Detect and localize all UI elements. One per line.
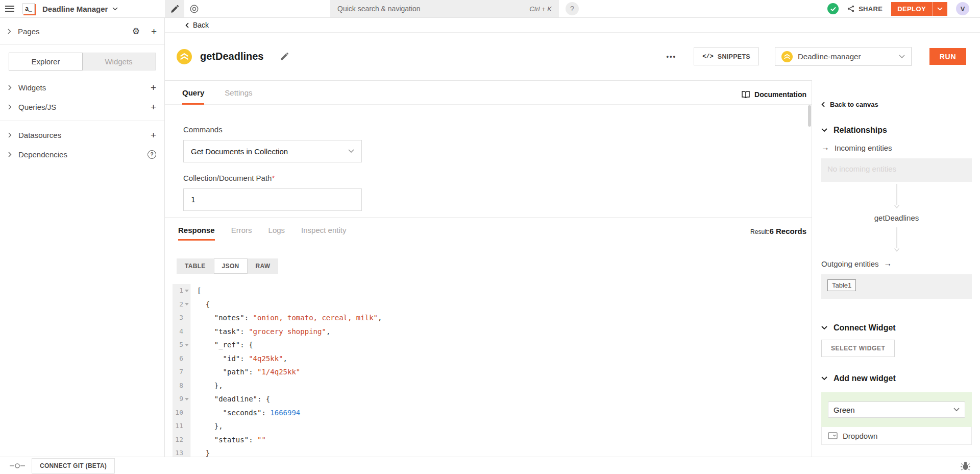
run-button[interactable]: RUN xyxy=(929,48,966,65)
add-widget-button[interactable]: + xyxy=(151,83,156,92)
view-mode-table[interactable]: TABLE xyxy=(177,258,214,274)
documentation-label: Documentation xyxy=(754,90,806,99)
sidebar-tabs: Explorer Widgets xyxy=(9,53,156,70)
code-text: "deadline": { xyxy=(190,392,270,406)
top-bar: a_ Deadline Manager Quick search & navig… xyxy=(0,0,980,18)
dropdown-widget-preview-card[interactable]: Green xyxy=(821,392,972,427)
help-icon: ? xyxy=(570,5,574,13)
arrow-right-icon: → xyxy=(821,143,829,152)
add-new-widget-header[interactable]: Add new widget xyxy=(821,374,972,383)
outgoing-entities-box: Table1 xyxy=(821,274,972,299)
line-number: 4 xyxy=(173,325,183,339)
line-gutter: 5 xyxy=(173,338,190,352)
connect-widget-header[interactable]: Connect Widget xyxy=(821,323,972,333)
back-label: Back xyxy=(193,21,209,29)
share-button[interactable]: SHARE xyxy=(847,5,883,13)
code-line: 11 }, xyxy=(173,419,812,433)
datasource-select[interactable]: Deadline-manager xyxy=(775,47,912,66)
widget-preview-select: Green xyxy=(828,401,965,418)
help-button[interactable]: ? xyxy=(566,2,579,15)
view-mode-json[interactable]: JSON xyxy=(214,258,248,274)
deploy-button[interactable]: DEPLOY xyxy=(891,2,947,16)
chevron-right-icon xyxy=(8,104,12,110)
fold-toggle[interactable] xyxy=(183,303,190,305)
code-line: 13 } xyxy=(173,446,812,457)
widget-card-dropdown[interactable]: Dropdown xyxy=(821,427,972,445)
app-title-menu[interactable]: Deadline Manager xyxy=(42,5,118,13)
scrollbar-thumb[interactable] xyxy=(808,105,811,127)
avatar-initial: V xyxy=(961,5,965,13)
page-settings-gear-icon[interactable]: ⚙ xyxy=(132,27,140,36)
entity-chip-table1[interactable]: Table1 xyxy=(827,279,856,291)
line-gutter: 2 xyxy=(173,298,190,312)
tab-query[interactable]: Query xyxy=(182,88,204,105)
code-text: } xyxy=(190,446,210,457)
code-text: { xyxy=(190,298,210,312)
query-tabs: Query Settings Documentation xyxy=(165,81,812,105)
path-input[interactable] xyxy=(183,188,362,211)
query-header-actions: ••• </> SNIPPETS Deadline-manager RUN xyxy=(667,47,967,66)
sidebar-item-pages[interactable]: Pages ⚙ + xyxy=(0,18,164,45)
tab-errors[interactable]: Errors xyxy=(231,226,252,241)
select-widget-button[interactable]: SELECT WIDGET xyxy=(821,340,895,357)
quick-search-bar[interactable]: Quick search & navigation Ctrl + K xyxy=(330,0,559,17)
commands-select[interactable]: Get Documents in Collection xyxy=(183,140,362,162)
tab-logs[interactable]: Logs xyxy=(268,226,285,241)
rename-query-button[interactable] xyxy=(281,53,288,60)
sidebar-item-datasources[interactable]: Datasources + xyxy=(0,125,164,145)
code-icon: </> xyxy=(702,53,714,60)
debug-button[interactable] xyxy=(961,461,970,470)
sidebar-item-widgets[interactable]: Widgets + xyxy=(0,78,164,97)
more-actions-button[interactable]: ••• xyxy=(667,53,677,60)
back-button[interactable]: Back xyxy=(165,18,980,33)
line-gutter: 13 xyxy=(173,446,190,457)
datasource-query-icon xyxy=(177,49,192,64)
chevron-down-icon xyxy=(348,149,354,153)
chevron-down-icon xyxy=(953,408,960,412)
result-label: Result: xyxy=(750,228,769,235)
deploy-menu-button[interactable] xyxy=(933,7,947,11)
line-number: 5 xyxy=(173,338,183,352)
entity-node-name: getDeadlines xyxy=(874,214,919,222)
tab-settings[interactable]: Settings xyxy=(225,88,252,105)
query-form: Commands Get Documents in Collection Col… xyxy=(165,105,812,218)
dependencies-help-icon[interactable]: ? xyxy=(148,150,156,159)
tab-inspect-entity[interactable]: Inspect entity xyxy=(301,226,346,241)
fold-toggle[interactable] xyxy=(183,290,190,292)
back-to-canvas-button[interactable]: Back to canvas xyxy=(821,101,972,108)
share-icon xyxy=(847,5,854,12)
status-bar: CONNECT GIT (BETA) xyxy=(0,457,980,474)
tab-response[interactable]: Response xyxy=(178,226,215,241)
hamburger-menu-button[interactable] xyxy=(5,6,14,12)
connect-git-button[interactable]: CONNECT GIT (BETA) xyxy=(32,458,115,473)
fold-toggle[interactable] xyxy=(183,398,190,400)
chevron-right-icon xyxy=(8,132,12,138)
result-value: 6 Records xyxy=(769,227,806,235)
sidebar-item-dependencies[interactable]: Dependencies ? xyxy=(0,145,164,164)
query-name[interactable]: getDeadlines xyxy=(200,51,263,62)
tab-explorer[interactable]: Explorer xyxy=(9,53,83,70)
pencil-icon xyxy=(281,53,288,60)
tab-widgets[interactable]: Widgets xyxy=(82,53,155,70)
line-number: 9 xyxy=(173,392,183,406)
add-page-button[interactable]: + xyxy=(151,27,157,36)
add-datasource-button[interactable]: + xyxy=(151,130,156,140)
documentation-link[interactable]: Documentation xyxy=(742,90,806,104)
code-text: "status": "" xyxy=(190,433,266,447)
user-avatar[interactable]: V xyxy=(956,2,969,15)
code-line: 4 "task": "grocery shopping", xyxy=(173,325,812,339)
sidebar-item-queries-js[interactable]: Queries/JS + xyxy=(0,97,164,116)
datasource-name: Deadline-manager xyxy=(798,52,894,61)
relationships-header[interactable]: Relationships xyxy=(821,126,972,135)
snippets-button[interactable]: </> SNIPPETS xyxy=(694,48,759,65)
edit-mode-button[interactable] xyxy=(165,0,184,17)
code-line: 8 }, xyxy=(173,379,812,393)
add-query-button[interactable]: + xyxy=(151,102,156,112)
view-mode-button[interactable] xyxy=(184,0,204,17)
view-mode-raw[interactable]: RAW xyxy=(248,258,279,274)
chevron-down-icon xyxy=(821,376,827,381)
json-response-viewer: 1[2 {3 "notes": "onion, tomato, cereal, … xyxy=(173,284,812,457)
code-line: 5 "_ref": { xyxy=(173,338,812,352)
response-tabs: Response Errors Logs Inspect entity Resu… xyxy=(165,218,812,241)
fold-toggle[interactable] xyxy=(183,344,190,346)
